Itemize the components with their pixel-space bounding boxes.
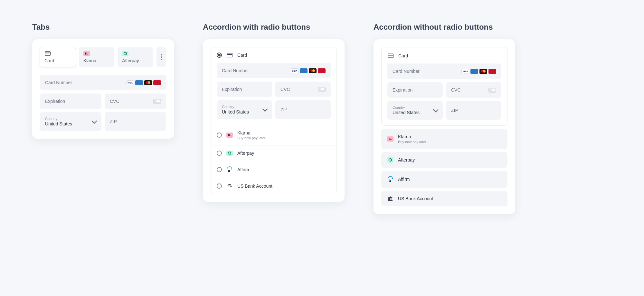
klarna-icon: K. [387, 136, 393, 142]
radio-afterpay[interactable] [217, 151, 222, 156]
tab-card-label: Card [44, 58, 71, 63]
zip-input[interactable]: ZIP [275, 100, 331, 119]
more-icon [161, 54, 162, 60]
accordion-item-bank: US Bank Account [211, 178, 336, 194]
mastercard-icon [479, 69, 487, 74]
card-number-input[interactable]: Card Number VISA [40, 75, 166, 90]
accordion-row-klarna[interactable]: K. Klarna Buy now pay later [381, 129, 507, 149]
card-number-placeholder: Card Number [393, 69, 420, 74]
zip-placeholder: ZIP [451, 108, 458, 113]
zip-input[interactable]: ZIP [105, 112, 166, 131]
affirm-label: Affirm [398, 177, 410, 182]
accordion-row-bank[interactable]: US Bank Account [381, 191, 507, 206]
svg-rect-1 [45, 53, 51, 53]
zip-input[interactable]: ZIP [446, 101, 501, 120]
accordion-header-afterpay[interactable]: Afterpay [211, 145, 336, 161]
cvc-input[interactable]: CVC [275, 82, 331, 97]
country-select[interactable]: Country United States [387, 101, 443, 120]
country-select[interactable]: Country United States [40, 112, 101, 131]
accordion-header-card[interactable]: Card [211, 47, 336, 63]
card-icon [44, 51, 51, 56]
expiration-input[interactable]: Expiration [387, 82, 443, 98]
card-number-placeholder: Card Number [222, 68, 249, 73]
payment-method-tabs: Card K. Klarna Afterpay [40, 47, 166, 67]
accordion-item-affirm: a Affirm [211, 161, 336, 178]
accordion-card-label: Card [237, 53, 247, 58]
unionpay-icon [488, 69, 496, 74]
afterpay-icon [387, 157, 393, 163]
tab-klarna[interactable]: K. Klarna [79, 47, 115, 67]
card-icon [226, 53, 233, 58]
svg-rect-2 [227, 53, 232, 57]
bank-icon [226, 183, 233, 189]
cvc-icon [153, 99, 161, 104]
country-select[interactable]: Country United States [217, 100, 272, 119]
section-title-tabs: Tabs [32, 23, 174, 32]
country-label: Country [393, 105, 420, 109]
accordion-klarna-label: Klarna [237, 130, 265, 135]
expiration-input[interactable]: Expiration [217, 82, 272, 97]
klarna-icon: K. [83, 51, 90, 56]
country-label: Country [45, 117, 72, 121]
zip-placeholder: ZIP [280, 107, 288, 112]
card-number-input[interactable]: Card Number VISA [217, 63, 331, 78]
accordion-header-klarna[interactable]: K. Klarna Buy now pay later [211, 125, 336, 145]
bank-icon [387, 196, 393, 201]
affirm-icon: a [387, 176, 393, 183]
card-number-placeholder: Card Number [45, 80, 72, 85]
card-form-radio: Card Number VISA Expiration [217, 63, 331, 119]
svg-rect-4 [228, 186, 228, 187]
cvc-input[interactable]: CVC [446, 82, 501, 98]
expiration-input[interactable]: Expiration [40, 94, 101, 109]
card-form: Card Number VISA Expiration CVC [40, 75, 166, 131]
accordion-header-card[interactable]: Card [387, 53, 501, 64]
bank-label: US Bank Account [398, 196, 433, 201]
cvc-placeholder: CVC [110, 99, 119, 104]
svg-rect-15 [388, 200, 393, 201]
svg-rect-0 [45, 52, 51, 55]
svg-rect-13 [391, 198, 391, 200]
svg-rect-6 [230, 186, 231, 187]
country-value: United States [222, 109, 249, 114]
accordion-header-bank[interactable]: US Bank Account [211, 178, 336, 194]
card-number-input[interactable]: Card Number VISA [387, 64, 501, 79]
cvc-placeholder: CVC [451, 87, 461, 93]
tab-afterpay[interactable]: Afterpay [118, 47, 153, 67]
radio-bank[interactable] [217, 183, 222, 189]
chevron-down-icon [92, 118, 97, 124]
cvc-icon [488, 88, 496, 93]
svg-rect-3 [227, 54, 232, 55]
amex-icon [135, 80, 143, 85]
accordion-item-card: Card Card Number VISA [211, 47, 336, 125]
country-value: United States [393, 110, 420, 115]
svg-rect-9 [388, 54, 393, 58]
klarna-icon: K. [226, 133, 233, 138]
cvc-input[interactable]: CVC [105, 94, 166, 109]
afterpay-icon [226, 151, 233, 156]
tab-card[interactable]: Card [40, 47, 76, 67]
cvc-placeholder: CVC [280, 87, 290, 92]
mastercard-icon [144, 80, 152, 85]
country-value: United States [45, 121, 72, 126]
svg-rect-7 [231, 186, 232, 187]
tab-afterpay-label: Afterpay [122, 58, 149, 63]
tab-more-button[interactable] [156, 47, 166, 67]
section-title-noradio: Accordion without radio buttons [374, 23, 515, 32]
accordion-header-affirm[interactable]: a Affirm [211, 161, 336, 178]
accordion-affirm-label: Affirm [237, 167, 249, 172]
radio-klarna[interactable] [217, 133, 222, 138]
mastercard-icon [309, 68, 317, 73]
accordion-klarna-sublabel: Buy now pay later [237, 136, 265, 140]
visa-icon: VISA [461, 69, 469, 74]
accordion-row-affirm[interactable]: a Affirm [381, 171, 507, 188]
chevron-down-icon [433, 107, 439, 113]
accordion-row-afterpay[interactable]: Afterpay [381, 152, 507, 168]
svg-rect-10 [388, 55, 393, 55]
card-brand-icons: VISA [291, 68, 326, 73]
radio-card[interactable] [217, 53, 222, 58]
amex-icon [300, 68, 308, 73]
unionpay-icon [153, 80, 161, 85]
visa-icon: VISA [291, 68, 298, 73]
tab-klarna-label: Klarna [83, 58, 110, 63]
radio-affirm[interactable] [217, 167, 222, 172]
